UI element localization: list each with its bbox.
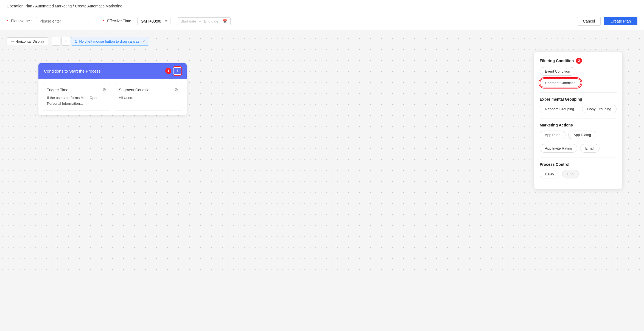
required-star-plan: * [7,19,8,23]
horizontal-display-label: Horizontal Display [15,39,44,43]
date-range[interactable]: Start date → End date 📅 [177,17,231,25]
zoom-in-icon: + [65,39,67,43]
create-plan-button[interactable]: Create Plan [604,17,637,25]
segment-condition-content: All Users [119,95,178,101]
flow-card-body: Trigger Time ⚙ If the users performs Me … [38,79,187,115]
delay-button[interactable]: Delay [540,170,559,178]
breadcrumb-sep2: / [73,4,75,8]
process-pill-group: Delay End [540,170,617,178]
marketing-pill-group: App Push App Dialog [540,131,617,139]
app-push-button[interactable]: App Push [540,131,565,139]
random-grouping-button[interactable]: Random Grouping [540,105,579,113]
flow-badge-1: 1 [165,68,171,74]
segment-condition-card: Segment Condition ⚙ All Users [115,83,182,111]
app-invite-button[interactable]: App Invite Rating [540,144,577,153]
trigger-time-gear-icon[interactable]: ⚙ [102,87,106,92]
breadcrumb-part2: Automated Marketing [35,4,72,8]
flow-card: Conditions to Start the Process 1 + Trig… [38,63,187,115]
copy-grouping-button[interactable]: Copy Grouping [582,105,616,113]
calendar-icon: 📅 [223,19,227,23]
cancel-button[interactable]: Cancel [577,17,601,26]
hint-close-button[interactable]: × [142,39,145,43]
marketing-pill-group-2: App Invite Rating Email [540,144,617,153]
panel-divider-1 [540,92,617,93]
info-icon: ℹ [75,39,77,44]
zoom-out-icon: − [55,39,57,43]
email-button[interactable]: Email [580,144,600,153]
plan-name-label: Plan Name： [11,19,33,24]
filtering-title: Filtering Condition [540,59,574,63]
zoom-in-button[interactable]: + [61,37,70,46]
toolbar-divider-1 [50,38,50,45]
segment-condition-gear-icon[interactable]: ⚙ [174,87,178,92]
hint-text: Hold left mouse button to drag canvas [79,39,139,43]
flow-card-header: Conditions to Start the Process 1 + [38,63,187,79]
canvas-toolbar: ⇔ Horizontal Display − + ℹ Hold left mou… [7,37,149,46]
flow-container: Conditions to Start the Process 1 + Trig… [38,63,187,115]
panel-badge-2: 2 [576,58,582,64]
right-panel: Filtering Condition 2 Event Condition Se… [534,52,622,189]
segment-condition-button[interactable]: Segment Condition [540,78,581,87]
plan-name-input[interactable] [36,17,96,25]
trigger-time-card: Trigger Time ⚙ If the users performs Me … [43,83,110,111]
timezone-select[interactable]: GMT+08:00 [137,17,170,25]
horizontal-display-button[interactable]: ⇔ Horizontal Display [7,37,48,45]
end-date-placeholder: End date [204,19,218,23]
trigger-time-content: If the users performs Me – Open Personal… [47,95,106,107]
filtering-pill-group: Event Condition Segment Condition [540,67,617,87]
layout-icon: ⇔ [11,39,14,43]
hint-banner: ℹ Hold left mouse button to drag canvas … [71,37,149,46]
marketing-title: Marketing Actions [540,123,617,127]
panel-divider-2 [540,118,617,118]
experimental-pill-group: Random Grouping Copy Grouping [540,105,617,113]
app-dialog-button[interactable]: App Dialog [568,131,596,139]
experimental-title: Experimental Grouping [540,97,617,101]
breadcrumb: Operation Plan / Automated Marketing / C… [0,0,644,12]
add-node-button[interactable]: + [173,67,181,75]
trigger-time-label: Trigger Time [47,88,68,92]
event-condition-button[interactable]: Event Condition [540,67,575,76]
segment-condition-title-row: Segment Condition ⚙ [119,87,178,92]
panel-divider-3 [540,158,617,158]
zoom-out-button[interactable]: − [52,37,60,46]
canvas-area: ⇔ Horizontal Display − + ℹ Hold left mou… [0,30,644,278]
segment-condition-label: Segment Condition [119,88,152,92]
flow-card-title: Conditions to Start the Process [44,69,101,73]
end-button: End [562,170,579,178]
date-arrow: → [198,19,202,23]
process-title: Process Control [540,162,617,167]
flow-card-header-right: 1 + [165,67,181,75]
breadcrumb-part1: Operation Plan [7,4,32,8]
top-bar-actions: Cancel Create Plan [577,17,637,26]
filtering-title-row: Filtering Condition 2 [540,58,617,64]
trigger-time-title-row: Trigger Time ⚙ [47,87,106,92]
top-bar: * Plan Name： * Effective Time： GMT+08:00… [0,12,644,30]
breadcrumb-part3: Create Automatic Marketing [75,4,122,8]
required-star-time: * [103,19,104,23]
effective-time-label: Effective Time： [107,19,135,24]
effective-time-field: * Effective Time： GMT+08:00 [103,17,170,25]
start-date-placeholder: Start date [181,19,196,23]
plan-name-field: * Plan Name： [7,17,96,25]
